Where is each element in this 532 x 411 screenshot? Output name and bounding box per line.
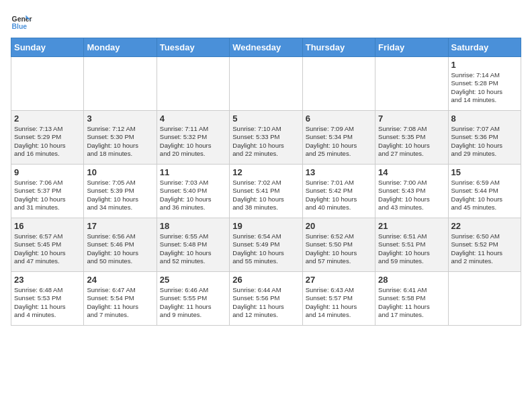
- calendar-cell: 19Sunrise: 6:54 AM Sunset: 5:49 PM Dayli…: [230, 218, 302, 272]
- day-number: 10: [87, 167, 153, 177]
- day-number: 16: [14, 221, 81, 231]
- calendar-week-2: 2Sunrise: 7:13 AM Sunset: 5:29 PM Daylig…: [11, 111, 521, 165]
- day-info: Sunrise: 7:02 AM Sunset: 5:41 PM Dayligh…: [232, 179, 299, 212]
- day-info: Sunrise: 6:59 AM Sunset: 5:44 PM Dayligh…: [451, 179, 518, 212]
- weekday-header-saturday: Saturday: [448, 38, 521, 57]
- day-number: 25: [160, 275, 226, 285]
- day-info: Sunrise: 7:08 AM Sunset: 5:35 PM Dayligh…: [378, 125, 445, 158]
- calendar-cell: [84, 57, 157, 111]
- day-number: 24: [87, 275, 153, 285]
- weekday-header-monday: Monday: [84, 38, 157, 57]
- logo-icon: General Blue: [11, 11, 32, 32]
- calendar-cell: [157, 57, 229, 111]
- day-number: 26: [232, 275, 299, 285]
- calendar-cell: 3Sunrise: 7:12 AM Sunset: 5:30 PM Daylig…: [84, 111, 157, 165]
- day-number: 4: [160, 113, 226, 124]
- day-info: Sunrise: 6:48 AM Sunset: 5:53 PM Dayligh…: [14, 286, 81, 319]
- day-number: 15: [451, 167, 518, 177]
- day-info: Sunrise: 6:51 AM Sunset: 5:51 PM Dayligh…: [378, 232, 445, 265]
- calendar-cell: 2Sunrise: 7:13 AM Sunset: 5:29 PM Daylig…: [11, 111, 84, 165]
- day-number: 22: [451, 221, 518, 231]
- day-number: 3: [87, 113, 153, 124]
- day-info: Sunrise: 6:47 AM Sunset: 5:54 PM Dayligh…: [87, 286, 153, 319]
- page-header: General Blue: [11, 11, 521, 32]
- day-info: Sunrise: 6:43 AM Sunset: 5:57 PM Dayligh…: [306, 286, 372, 319]
- calendar-week-1: 1Sunrise: 7:14 AM Sunset: 5:28 PM Daylig…: [11, 57, 521, 111]
- weekday-header-thursday: Thursday: [302, 38, 375, 57]
- calendar-cell: 22Sunrise: 6:50 AM Sunset: 5:52 PM Dayli…: [448, 218, 521, 272]
- day-info: Sunrise: 7:06 AM Sunset: 5:37 PM Dayligh…: [14, 179, 81, 212]
- day-number: 1: [451, 60, 518, 70]
- day-number: 9: [14, 167, 81, 177]
- calendar-cell: 16Sunrise: 6:57 AM Sunset: 5:45 PM Dayli…: [11, 218, 84, 272]
- day-number: 12: [232, 167, 299, 177]
- day-info: Sunrise: 6:46 AM Sunset: 5:55 PM Dayligh…: [160, 286, 226, 319]
- svg-text:Blue: Blue: [12, 23, 28, 30]
- weekday-header-sunday: Sunday: [11, 38, 84, 57]
- calendar-cell: [11, 57, 84, 111]
- day-info: Sunrise: 7:05 AM Sunset: 5:39 PM Dayligh…: [87, 179, 153, 212]
- calendar-cell: [448, 272, 521, 326]
- day-info: Sunrise: 7:09 AM Sunset: 5:34 PM Dayligh…: [306, 125, 372, 158]
- calendar-cell: 20Sunrise: 6:52 AM Sunset: 5:50 PM Dayli…: [302, 218, 375, 272]
- day-info: Sunrise: 7:11 AM Sunset: 5:32 PM Dayligh…: [160, 125, 226, 158]
- day-info: Sunrise: 6:52 AM Sunset: 5:50 PM Dayligh…: [306, 232, 372, 265]
- day-number: 14: [378, 167, 445, 177]
- calendar-cell: [302, 57, 375, 111]
- calendar-cell: 11Sunrise: 7:03 AM Sunset: 5:40 PM Dayli…: [157, 165, 229, 218]
- day-number: 23: [14, 275, 81, 285]
- day-info: Sunrise: 7:12 AM Sunset: 5:30 PM Dayligh…: [87, 125, 153, 158]
- calendar-cell: 14Sunrise: 7:00 AM Sunset: 5:43 PM Dayli…: [375, 165, 448, 218]
- day-info: Sunrise: 6:56 AM Sunset: 5:46 PM Dayligh…: [87, 232, 153, 265]
- calendar-cell: 17Sunrise: 6:56 AM Sunset: 5:46 PM Dayli…: [84, 218, 157, 272]
- day-number: 5: [232, 113, 299, 124]
- calendar-cell: 4Sunrise: 7:11 AM Sunset: 5:32 PM Daylig…: [157, 111, 229, 165]
- weekday-header-wednesday: Wednesday: [230, 38, 302, 57]
- calendar-cell: 21Sunrise: 6:51 AM Sunset: 5:51 PM Dayli…: [375, 218, 448, 272]
- calendar-week-3: 9Sunrise: 7:06 AM Sunset: 5:37 PM Daylig…: [11, 165, 521, 218]
- calendar-cell: 12Sunrise: 7:02 AM Sunset: 5:41 PM Dayli…: [230, 165, 302, 218]
- day-number: 21: [378, 221, 445, 231]
- day-info: Sunrise: 7:00 AM Sunset: 5:43 PM Dayligh…: [378, 179, 445, 212]
- calendar-table: SundayMondayTuesdayWednesdayThursdayFrid…: [11, 38, 521, 326]
- calendar-cell: 9Sunrise: 7:06 AM Sunset: 5:37 PM Daylig…: [11, 165, 84, 218]
- day-info: Sunrise: 6:44 AM Sunset: 5:56 PM Dayligh…: [232, 286, 299, 319]
- calendar-cell: 8Sunrise: 7:07 AM Sunset: 5:36 PM Daylig…: [448, 111, 521, 165]
- day-number: 28: [378, 275, 445, 285]
- calendar-cell: 13Sunrise: 7:01 AM Sunset: 5:42 PM Dayli…: [302, 165, 375, 218]
- day-number: 8: [451, 113, 518, 124]
- calendar-cell: 23Sunrise: 6:48 AM Sunset: 5:53 PM Dayli…: [11, 272, 84, 326]
- calendar-week-5: 23Sunrise: 6:48 AM Sunset: 5:53 PM Dayli…: [11, 272, 521, 326]
- day-info: Sunrise: 7:07 AM Sunset: 5:36 PM Dayligh…: [451, 125, 518, 158]
- weekday-header-friday: Friday: [375, 38, 448, 57]
- calendar-cell: 10Sunrise: 7:05 AM Sunset: 5:39 PM Dayli…: [84, 165, 157, 218]
- day-info: Sunrise: 7:13 AM Sunset: 5:29 PM Dayligh…: [14, 125, 81, 158]
- day-number: 2: [14, 113, 81, 124]
- day-info: Sunrise: 6:54 AM Sunset: 5:49 PM Dayligh…: [232, 232, 299, 265]
- calendar-cell: 6Sunrise: 7:09 AM Sunset: 5:34 PM Daylig…: [302, 111, 375, 165]
- calendar-cell: 18Sunrise: 6:55 AM Sunset: 5:48 PM Dayli…: [157, 218, 229, 272]
- calendar-cell: [230, 57, 302, 111]
- day-info: Sunrise: 7:10 AM Sunset: 5:33 PM Dayligh…: [232, 125, 299, 158]
- day-number: 11: [160, 167, 226, 177]
- weekday-header-tuesday: Tuesday: [157, 38, 229, 57]
- calendar-cell: 24Sunrise: 6:47 AM Sunset: 5:54 PM Dayli…: [84, 272, 157, 326]
- day-number: 27: [306, 275, 372, 285]
- day-number: 18: [160, 221, 226, 231]
- weekday-header-row: SundayMondayTuesdayWednesdayThursdayFrid…: [11, 38, 521, 57]
- day-info: Sunrise: 6:50 AM Sunset: 5:52 PM Dayligh…: [451, 232, 518, 265]
- calendar-cell: 1Sunrise: 7:14 AM Sunset: 5:28 PM Daylig…: [448, 57, 521, 111]
- calendar-cell: 25Sunrise: 6:46 AM Sunset: 5:55 PM Dayli…: [157, 272, 229, 326]
- day-info: Sunrise: 6:55 AM Sunset: 5:48 PM Dayligh…: [160, 232, 226, 265]
- calendar-cell: 28Sunrise: 6:41 AM Sunset: 5:58 PM Dayli…: [375, 272, 448, 326]
- calendar-cell: 5Sunrise: 7:10 AM Sunset: 5:33 PM Daylig…: [230, 111, 302, 165]
- day-number: 7: [378, 113, 445, 124]
- day-number: 13: [306, 167, 372, 177]
- day-number: 19: [232, 221, 299, 231]
- calendar-week-4: 16Sunrise: 6:57 AM Sunset: 5:45 PM Dayli…: [11, 218, 521, 272]
- day-info: Sunrise: 7:14 AM Sunset: 5:28 PM Dayligh…: [451, 71, 518, 104]
- day-info: Sunrise: 7:03 AM Sunset: 5:40 PM Dayligh…: [160, 179, 226, 212]
- day-info: Sunrise: 6:41 AM Sunset: 5:58 PM Dayligh…: [378, 286, 445, 319]
- calendar-cell: 26Sunrise: 6:44 AM Sunset: 5:56 PM Dayli…: [230, 272, 302, 326]
- calendar-cell: 15Sunrise: 6:59 AM Sunset: 5:44 PM Dayli…: [448, 165, 521, 218]
